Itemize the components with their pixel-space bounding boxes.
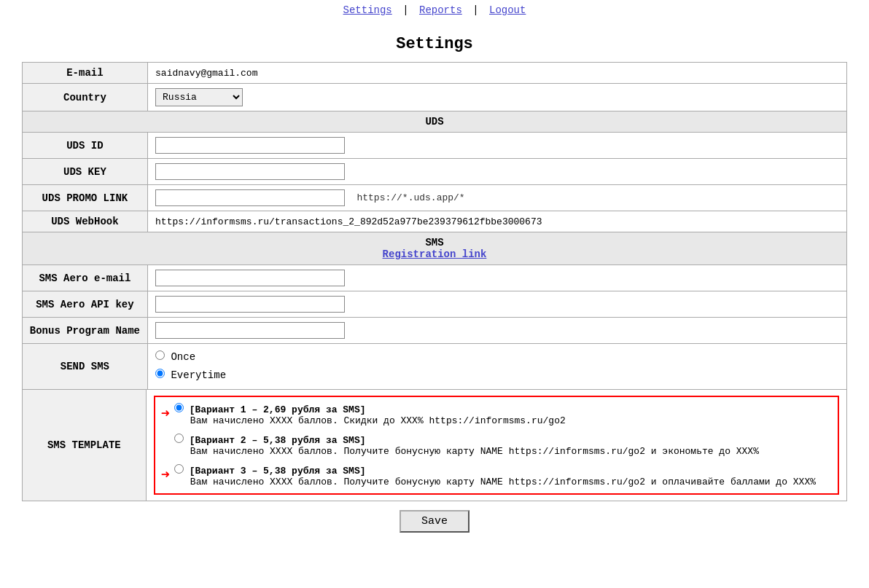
template3-arrow-icon: ➜ [161, 466, 170, 484]
uds-key-row: UDS KEY [22, 159, 846, 185]
uds-webhook-label: UDS WebHook [22, 211, 147, 232]
send-sms-row: SEND SMS Once Everytime [22, 344, 846, 390]
uds-key-cell [148, 159, 847, 185]
uds-id-cell [148, 133, 847, 159]
send-sms-everytime-radio[interactable] [155, 369, 165, 378]
template3-option: ➜ [Вариант 3 – 5,38 рубля за SMS] Вам на… [161, 464, 832, 487]
template1-arrow-container: ➜ [Вариант 1 – 2,69 рубля за SMS] Вам на… [161, 403, 832, 426]
settings-table: E-mail saidnavy@gmail.com Country Russia… [22, 62, 847, 541]
template2-label[interactable]: [Вариант 2 – 5,38 рубля за SMS] [174, 435, 366, 446]
save-cell: Save [22, 501, 846, 542]
send-sms-radio-group: Once Everytime [155, 348, 839, 385]
sms-template-label: SMS TEMPLATE [23, 390, 147, 501]
sms-template-inner: SMS TEMPLATE ➜ [Вариант 1 [23, 390, 846, 501]
country-cell: Russia USA Germany France Other [148, 84, 847, 111]
sms-aero-api-input[interactable] [155, 296, 345, 313]
uds-key-input[interactable] [155, 163, 345, 180]
nav-logout-link[interactable]: Logout [489, 4, 526, 16]
send-sms-cell: Once Everytime [148, 344, 847, 390]
sms-template-content: ➜ [Вариант 1 – 2,69 рубля за SMS] Вам на… [147, 390, 846, 501]
template3-text: Вам начислено ХXXX баллов. Получите бону… [190, 477, 816, 487]
template2-option: ➜ [Вариант 2 – 5,38 рубля за SMS] Вам на… [161, 434, 832, 457]
email-value: saidnavy@gmail.com [155, 68, 257, 79]
template1-radio[interactable] [174, 403, 184, 412]
sms-registration-link[interactable]: Registration link [30, 248, 839, 260]
uds-key-label: UDS KEY [22, 159, 147, 185]
uds-promo-hint: https://*.uds.app/* [356, 192, 464, 203]
template1-label[interactable]: [Вариант 1 – 2,69 рубля за SMS] [174, 404, 366, 415]
sms-aero-email-cell [148, 265, 847, 291]
send-sms-once-text: Once [171, 351, 195, 363]
bonus-program-row: Bonus Program Name [22, 318, 846, 344]
template2-content: [Вариант 2 – 5,38 рубля за SMS] Вам начи… [174, 434, 759, 457]
template3-label[interactable]: [Вариант 3 – 5,38 рубля за SMS] [174, 466, 366, 477]
nav-separator-1: | [402, 4, 408, 16]
template3-radio[interactable] [174, 464, 184, 474]
send-sms-everytime-label[interactable]: Everytime [155, 366, 839, 385]
template2-label-text: [Вариант 2 – 5,38 рубля за SMS] [190, 435, 366, 446]
sms-section-header: SMS Registration link [22, 232, 846, 265]
save-button[interactable]: Save [400, 510, 469, 533]
sms-aero-email-label: SMS Aero e-mail [22, 265, 147, 291]
template1-label-text: [Вариант 1 – 2,69 рубля за SMS] [190, 404, 366, 415]
uds-promo-label: UDS PROMO LINK [22, 185, 147, 211]
send-sms-once-label[interactable]: Once [155, 348, 839, 366]
uds-id-row: UDS ID [22, 133, 846, 159]
country-select[interactable]: Russia USA Germany France Other [155, 88, 243, 106]
nav-reports-link[interactable]: Reports [419, 4, 462, 16]
uds-promo-input[interactable] [155, 189, 345, 206]
send-sms-everytime-text: Everytime [171, 369, 226, 381]
uds-webhook-cell: https://informsms.ru/transactions_2_892d… [148, 211, 847, 232]
uds-webhook-value: https://informsms.ru/transactions_2_892d… [155, 216, 542, 227]
template2-arrow-container: ➜ [Вариант 2 – 5,38 рубля за SMS] Вам на… [161, 434, 832, 457]
bonus-program-label: Bonus Program Name [22, 318, 147, 344]
send-sms-once-radio[interactable] [155, 350, 165, 360]
template2-radio[interactable] [174, 434, 184, 443]
uds-promo-cell: https://*.uds.app/* [148, 185, 847, 211]
nav-settings-link[interactable]: Settings [343, 4, 392, 16]
uds-webhook-row: UDS WebHook https://informsms.ru/transac… [22, 211, 846, 232]
uds-id-label: UDS ID [22, 133, 147, 159]
bonus-program-input[interactable] [155, 322, 345, 339]
sms-section-row: SMS Registration link [22, 232, 846, 265]
template1-option: ➜ [Вариант 1 – 2,69 рубля за SMS] Вам на… [161, 403, 832, 426]
uds-promo-row: UDS PROMO LINK https://*.uds.app/* [22, 185, 846, 211]
template3-content: [Вариант 3 – 5,38 рубля за SMS] Вам начи… [174, 464, 816, 487]
template1-text: Вам начислено ХXXX баллов. Скидки до XXX… [190, 415, 566, 426]
page-title: Settings [0, 35, 869, 53]
save-row: Save [22, 501, 846, 542]
uds-section-header: UDS [22, 111, 846, 133]
email-value-cell: saidnavy@gmail.com [148, 63, 847, 84]
template3-label-text: [Вариант 3 – 5,38 рубля за SMS] [190, 466, 366, 477]
template3-arrow-container: ➜ [Вариант 3 – 5,38 рубля за SMS] Вам на… [161, 464, 832, 487]
sms-aero-api-cell [148, 291, 847, 318]
sms-section-label: SMS [425, 237, 443, 248]
uds-id-input[interactable] [155, 137, 345, 154]
send-sms-label: SEND SMS [22, 344, 147, 390]
sms-aero-email-row: SMS Aero e-mail [22, 265, 846, 291]
nav-separator-2: | [472, 4, 478, 16]
template1-arrow-icon: ➜ [161, 404, 170, 423]
sms-template-cell: SMS TEMPLATE ➜ [Вариант 1 [22, 390, 846, 501]
sms-template-row: SMS TEMPLATE ➜ [Вариант 1 [22, 390, 846, 501]
country-label: Country [22, 84, 147, 111]
uds-section-row: UDS [22, 111, 846, 133]
bonus-program-cell [148, 318, 847, 344]
template1-content: [Вариант 1 – 2,69 рубля за SMS] Вам начи… [174, 403, 566, 426]
sms-template-box: ➜ [Вариант 1 – 2,69 рубля за SMS] Вам на… [154, 396, 839, 495]
template2-text: Вам начислено ХXXX баллов. Получите бону… [190, 446, 759, 457]
sms-aero-email-input[interactable] [155, 270, 345, 286]
country-row: Country Russia USA Germany France Other [22, 84, 846, 111]
email-label: E-mail [22, 63, 147, 84]
top-navigation: Settings | Reports | Logout [0, 0, 869, 22]
email-row: E-mail saidnavy@gmail.com [22, 63, 846, 84]
sms-aero-api-row: SMS Aero API key [22, 291, 846, 318]
sms-aero-api-label: SMS Aero API key [22, 291, 147, 318]
